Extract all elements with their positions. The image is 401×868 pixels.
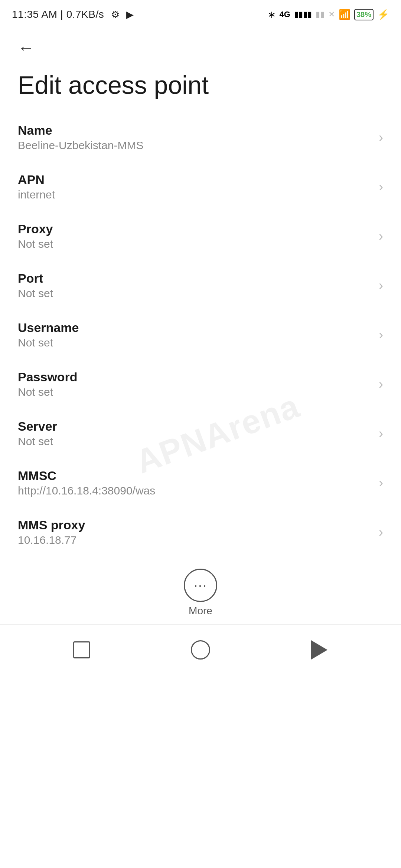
settings-item-content: Port Not set — [18, 271, 373, 300]
settings-value: Not set — [18, 435, 373, 448]
chevron-right-icon: › — [379, 377, 383, 392]
settings-label: MMS proxy — [18, 518, 373, 532]
chevron-right-icon: › — [379, 278, 383, 293]
settings-item-content: Proxy Not set — [18, 222, 373, 250]
status-icons: ∗ 4G ▮▮▮▮ ▮▮ ✕ 📶 38% ⚡ — [268, 9, 389, 20]
nav-bar — [0, 624, 401, 675]
status-speed: 0.7KB/s — [66, 9, 104, 20]
settings-value: Not set — [18, 287, 373, 300]
more-label: More — [189, 605, 212, 617]
settings-label: APN — [18, 172, 373, 187]
bluetooth-icon: ∗ — [268, 9, 276, 20]
chevron-right-icon: › — [379, 130, 383, 145]
charging-icon: ⚡ — [377, 9, 389, 20]
status-separator: | — [61, 9, 66, 20]
settings-item-content: Name Beeline-Uzbekistan-MMS — [18, 123, 373, 152]
settings-value: 10.16.18.77 — [18, 534, 373, 546]
recent-apps-button[interactable] — [67, 635, 97, 665]
settings-label: Port — [18, 271, 373, 286]
settings-value: http://10.16.18.4:38090/was — [18, 484, 373, 497]
recent-apps-icon — [73, 641, 90, 658]
chevron-right-icon: › — [379, 228, 383, 244]
settings-item-name[interactable]: Name Beeline-Uzbekistan-MMS › — [0, 113, 401, 162]
settings-item-content: Server Not set — [18, 419, 373, 448]
settings-icon: ⚙ — [111, 9, 120, 20]
page-title: Edit access point — [0, 63, 401, 113]
battery-percent: 38 — [356, 10, 365, 19]
settings-item-content: Password Not set — [18, 370, 373, 398]
back-arrow-icon: ← — [18, 39, 34, 57]
status-time-speed: 11:35 AM | 0.7KB/s ⚙ ▶ — [12, 9, 134, 20]
chevron-right-icon: › — [379, 179, 383, 195]
settings-value: internet — [18, 188, 373, 201]
settings-item-mmsc[interactable]: MMSC http://10.16.18.4:38090/was › — [0, 458, 401, 507]
settings-item-apn[interactable]: APN internet › — [0, 162, 401, 211]
settings-item-server[interactable]: Server Not set › — [0, 409, 401, 458]
settings-item-content: Username Not set — [18, 320, 373, 349]
settings-value: Beeline-Uzbekistan-MMS — [18, 139, 373, 152]
home-button[interactable] — [186, 635, 215, 665]
settings-item-content: MMSC http://10.16.18.4:38090/was — [18, 468, 373, 497]
more-button[interactable]: ··· More — [184, 569, 217, 617]
back-nav-icon — [311, 640, 327, 660]
chevron-right-icon: › — [379, 426, 383, 441]
wifi-icon: 📶 — [339, 9, 351, 20]
network-4g-icon: 4G — [280, 10, 290, 19]
top-nav: ← — [0, 27, 401, 63]
settings-list: Name Beeline-Uzbekistan-MMS › APN intern… — [0, 113, 401, 557]
chevron-right-icon: › — [379, 327, 383, 343]
chevron-right-icon: › — [379, 525, 383, 540]
bottom-action-bar: ··· More — [0, 557, 401, 624]
settings-item-password[interactable]: Password Not set › — [0, 359, 401, 409]
home-icon — [191, 640, 210, 660]
settings-item-content: MMS proxy 10.16.18.77 — [18, 518, 373, 546]
status-bar: 11:35 AM | 0.7KB/s ⚙ ▶ ∗ 4G ▮▮▮▮ ▮▮ ✕ 📶 … — [0, 0, 401, 27]
settings-label: Server — [18, 419, 373, 434]
back-nav-button[interactable] — [304, 635, 334, 665]
settings-label: MMSC — [18, 468, 373, 483]
chevron-right-icon: › — [379, 475, 383, 491]
settings-value: Not set — [18, 386, 373, 398]
no-signal-icon: ✕ — [328, 10, 335, 19]
back-button[interactable]: ← — [15, 36, 37, 60]
settings-label: Name — [18, 123, 373, 138]
settings-value: Not set — [18, 238, 373, 250]
settings-label: Username — [18, 320, 373, 335]
settings-label: Proxy — [18, 222, 373, 236]
settings-item-username[interactable]: Username Not set › — [0, 310, 401, 359]
video-icon: ▶ — [126, 9, 134, 20]
settings-item-content: APN internet — [18, 172, 373, 201]
settings-item-port[interactable]: Port Not set › — [0, 261, 401, 310]
settings-item-proxy[interactable]: Proxy Not set › — [0, 211, 401, 261]
settings-value: Not set — [18, 336, 373, 349]
battery-icon: 38% — [354, 9, 374, 20]
signal-icon-1: ▮▮▮▮ — [294, 10, 312, 19]
settings-item-mms-proxy[interactable]: MMS proxy 10.16.18.77 › — [0, 507, 401, 557]
more-dots-icon: ··· — [184, 569, 217, 602]
status-time: 11:35 AM — [12, 9, 57, 20]
settings-label: Password — [18, 370, 373, 384]
signal-icon-2: ▮▮ — [316, 10, 325, 19]
